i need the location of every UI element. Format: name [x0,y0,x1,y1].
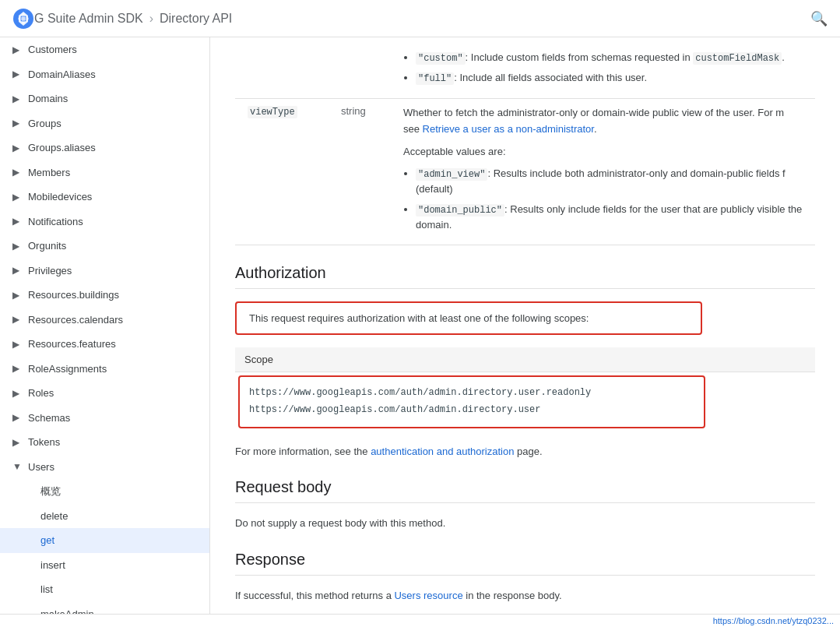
table-row: "custom": Include custom fields from sch… [235,37,815,99]
chevron-icon: ▶ [12,67,25,81]
scope-url-2: https://www.googleapis.com/auth/admin.di… [249,402,694,419]
chevron-icon: ▶ [12,92,25,106]
sidebar-item-label: RoleAssignments [28,361,107,377]
response-prefix: If successful, this method returns a [235,590,394,601]
more-info-suffix: page. [514,446,542,457]
code-domain-public: "domain_public" [416,204,504,217]
more-info-text: For more information, see the authentica… [235,444,815,460]
sidebar-item-orgunits[interactable]: ▶Orgunits [0,234,209,259]
auth-link[interactable]: authentication and authorization [371,446,514,457]
sidebar-item-users-overview[interactable]: 概览 [0,479,209,504]
breadcrumb-separator: › [149,12,153,26]
sidebar-item-label: Groups [28,116,62,132]
sidebar-item-members[interactable]: ▶Members [0,160,209,185]
sidebar-item-users-delete[interactable]: delete [0,504,209,529]
sidebar-item-groups[interactable]: ▶Groups [0,111,209,136]
search-icon[interactable]: 🔍 [810,10,828,27]
response-text: If successful, this method returns a Use… [235,588,815,604]
sidebar-item-label: Privileges [28,263,72,279]
code-full: "full" [416,72,454,85]
sidebar-item-label: Groups.aliases [28,140,96,156]
authorization-heading: Authorization [235,264,815,289]
chevron-icon: ▶ [12,190,25,204]
sidebar-item-resources-features[interactable]: ▶Resources.features [0,332,209,357]
sidebar-item-label: Notifications [28,214,83,230]
sidebar-item-groupsaliases[interactable]: ▶Groups.aliases [0,136,209,160]
sidebar-item-domainaliases[interactable]: ▶DomainAliases [0,62,209,87]
chevron-icon: ▶ [12,165,25,179]
sidebar-item-users-list[interactable]: list [0,577,209,602]
sidebar-item-users[interactable]: ▼Users [0,455,209,480]
sidebar-item-label: Tokens [28,435,60,450]
chevron-icon: ▶ [12,435,25,449]
param-type-empty [329,37,391,99]
sidebar-item-label: delete [40,509,68,524]
auth-box-text: This request requires authorization with… [249,312,589,324]
chevron-icon: ▶ [12,214,25,228]
param-desc-bullets: "custom": Include custom fields from sch… [391,37,815,99]
sidebar-item-resources-calendars[interactable]: ▶Resources.calendars [0,308,209,333]
sidebar-item-resources-buildings[interactable]: ▶Resources.buildings [0,283,209,308]
table-row-viewtype: viewType string Whether to fetch the adm… [235,99,815,245]
sidebar-item-users-makeadmin[interactable]: makeAdmin [0,602,209,615]
chevron-icon: ▶ [12,386,25,400]
sidebar-item-label: insert [40,558,65,573]
more-info-prefix: For more information, see the [235,446,371,457]
sidebar-item-label: Resources.calendars [28,312,123,328]
sidebar-item-notifications[interactable]: ▶Notifications [0,210,209,234]
scope-header: Scope [235,347,815,372]
code-customfieldmask: customFieldMask [693,52,782,65]
sidebar-item-domains[interactable]: ▶Domains [0,86,209,111]
sidebar-item-privileges[interactable]: ▶Privileges [0,259,209,284]
code-custom: "custom" [416,52,466,65]
sidebar-item-label: get [40,533,54,548]
sidebar-item-roles[interactable]: ▶Roles [0,381,209,406]
sidebar-item-tokens[interactable]: ▶Tokens [0,430,209,455]
chevron-icon: ▶ [12,337,25,351]
users-resource-link[interactable]: Users resource [394,590,462,601]
chevron-icon: ▶ [12,288,25,302]
sidebar-item-label: makeAdmin [40,607,94,615]
sidebar-item-label: Schemas [28,410,70,426]
sidebar-item-label: Users [28,460,54,475]
product-name: G Suite Admin SDK [34,12,143,26]
content-area: "custom": Include custom fields from sch… [210,37,840,614]
scope-cell: https://www.googleapis.com/auth/admin.di… [235,372,815,432]
chevron-icon: ▶ [12,239,25,253]
sidebar-item-users-get[interactable]: get [0,528,209,553]
api-name: Directory API [160,12,232,26]
sidebar-item-label: Mobiledevices [28,189,92,205]
chevron-icon: ▶ [12,43,25,57]
sidebar-item-roleassignments[interactable]: ▶RoleAssignments [0,357,209,382]
sidebar-item-users-insert[interactable]: insert [0,553,209,578]
gsuite-logo [12,8,34,30]
table-row: https://www.googleapis.com/auth/admin.di… [235,372,815,432]
sidebar: ▶Customers▶DomainAliases▶Domains▶Groups▶… [0,37,210,614]
param-desc-viewtype: Whether to fetch the administrator-only … [391,99,815,245]
status-url: https://blog.csdn.net/ytzq0232... [713,616,834,625]
sidebar-item-label: Orgunits [28,238,66,254]
param-name-empty [235,37,329,99]
sidebar-item-schemas[interactable]: ▶Schemas [0,406,209,431]
sidebar-item-label: Resources.features [28,336,116,352]
sidebar-item-mobiledevices[interactable]: ▶Mobiledevices [0,185,209,210]
sidebar-item-label: list [40,582,53,597]
chevron-icon: ▶ [12,116,25,130]
scope-url-1: https://www.googleapis.com/auth/admin.di… [249,385,694,402]
chevron-icon: ▶ [12,361,25,375]
sidebar-item-label: Customers [28,42,77,58]
sidebar-item-label: Resources.buildings [28,287,119,303]
params-table: "custom": Include custom fields from sch… [235,37,815,245]
top-bar: G Suite Admin SDK › Directory API 🔍 [0,0,840,37]
sidebar-item-customers[interactable]: ▶Customers [0,37,209,62]
main-layout: ▶Customers▶DomainAliases▶Domains▶Groups▶… [0,37,840,614]
svg-rect-4 [18,17,29,20]
request-body-text: Do not supply a request body with this m… [235,516,815,532]
retrieve-user-link[interactable]: Retrieve a user as a non-administrator [423,123,594,135]
sidebar-item-label: Domains [28,91,68,107]
sidebar-item-label: Members [28,165,70,181]
sidebar-item-label: 概览 [40,484,61,499]
param-type-string: string [329,99,391,245]
breadcrumb: G Suite Admin SDK › Directory API [34,12,232,26]
auth-required-box: This request requires authorization with… [235,301,702,335]
